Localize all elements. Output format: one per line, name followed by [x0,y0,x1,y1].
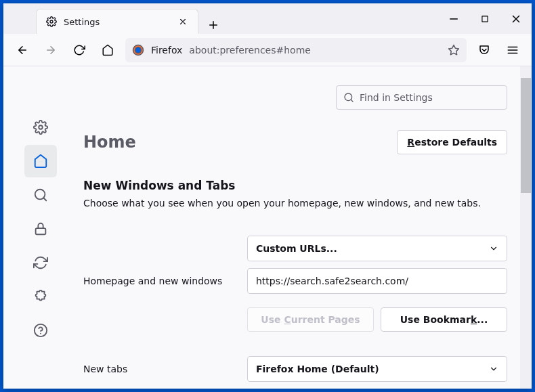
homepage-label: Homepage and new windows [83,276,247,286]
puzzle-icon [33,289,48,304]
settings-search[interactable]: Find in Settings [336,85,507,110]
home-icon [102,44,114,56]
back-button[interactable] [12,39,33,61]
url-path: about:preferences#home [189,45,311,56]
sidebar-item-privacy[interactable] [24,213,57,245]
svg-point-3 [135,47,142,53]
select-value: Firefox Home (Default) [256,364,379,374]
lock-icon [33,221,48,236]
maximize-icon [480,14,490,24]
search-icon [33,188,48,202]
close-icon [178,17,188,26]
tab-title: Settings [64,17,100,27]
reload-icon [73,44,85,56]
sidebar [3,66,78,389]
homepage-mode-select[interactable]: Custom URLs... [247,236,507,261]
tab-close-button[interactable] [177,16,188,27]
gear-icon [33,120,48,135]
close-icon [510,13,522,25]
pocket-button[interactable] [473,39,495,61]
sidebar-item-search[interactable] [24,179,57,211]
plus-icon [207,19,219,31]
settings-main: Find in Settings Home Restore Defaults N… [78,66,532,389]
sync-icon [33,255,48,270]
newtabs-label: New tabs [83,364,247,374]
url-bar[interactable]: Firefox about:preferences#home [125,38,467,62]
use-current-pages-button: Use Current Pages [247,307,374,332]
firefox-icon [132,44,144,56]
forward-button [40,39,62,61]
minimize-icon [448,13,460,25]
bookmark-star-icon[interactable] [448,44,460,56]
section-description: Choose what you see when you open your h… [83,198,507,209]
sidebar-item-extensions[interactable] [24,280,57,313]
homepage-url-input[interactable] [247,268,507,294]
search-icon [343,92,354,103]
svg-marker-4 [449,45,459,54]
window-minimize-button[interactable] [438,3,469,34]
restore-defaults-button[interactable]: Restore Defaults [397,130,507,154]
titlebar: Settings [3,3,532,34]
sidebar-item-home[interactable] [24,145,57,177]
home-icon [33,154,48,169]
arrow-left-icon [16,44,28,56]
url-identity: Firefox [151,45,182,56]
svg-rect-1 [482,16,488,21]
home-button[interactable] [97,39,119,61]
newtabs-select[interactable]: Firefox Home (Default) [247,356,507,382]
arrow-right-icon [45,44,57,56]
new-tab-button[interactable] [202,19,224,31]
scrollbar-thumb[interactable] [521,78,531,193]
select-value: Custom URLs... [256,243,337,254]
svg-rect-7 [36,228,46,234]
search-placeholder: Find in Settings [360,92,433,103]
scrollbar[interactable] [520,66,532,389]
sidebar-item-general[interactable] [24,111,57,144]
reload-button[interactable] [68,39,90,61]
sidebar-item-help[interactable] [24,314,57,347]
svg-point-0 [50,20,53,23]
help-icon [33,323,48,338]
hamburger-icon [507,44,519,56]
chevron-down-icon [489,244,498,253]
app-menu-button[interactable] [502,39,523,61]
pocket-icon [478,44,490,56]
svg-point-5 [39,125,43,129]
gear-icon [46,16,57,27]
page-title: Home [83,133,136,152]
window-maximize-button[interactable] [469,3,500,34]
tab-settings[interactable]: Settings [36,9,198,34]
section-title: New Windows and Tabs [83,179,507,192]
toolbar: Firefox about:preferences#home [3,34,532,66]
chevron-down-icon [489,364,498,374]
window-close-button[interactable] [500,3,532,34]
sidebar-item-sync[interactable] [24,246,57,279]
use-bookmark-button[interactable]: Use Bookmark... [381,307,507,332]
